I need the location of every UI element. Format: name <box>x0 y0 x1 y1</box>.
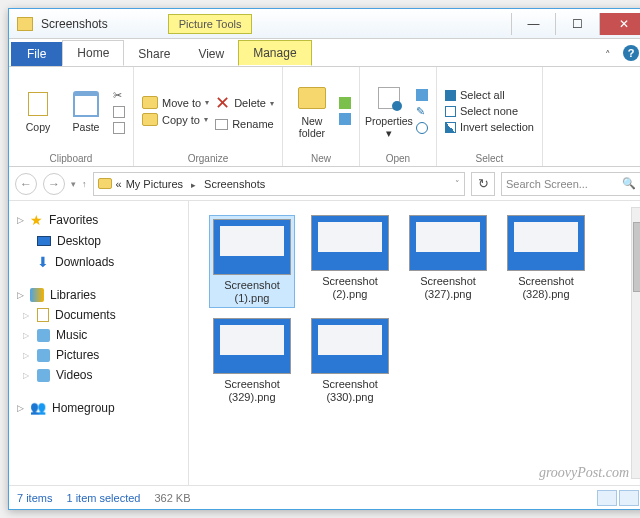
up-button[interactable]: ↑ <box>82 179 87 189</box>
chevron-right-icon: ▷ <box>17 215 24 225</box>
search-placeholder: Search Screen... <box>506 178 588 190</box>
maximize-button[interactable]: ☐ <box>555 13 599 35</box>
open-button[interactable] <box>416 89 428 101</box>
paste-button[interactable]: Paste <box>65 90 107 133</box>
ribbon: Copy Paste ✂ Clipboard Move to▾ Copy to▾… <box>9 67 640 167</box>
manage-tab[interactable]: Manage <box>238 40 311 66</box>
sidebar-libraries[interactable]: ▷Libraries <box>15 285 182 305</box>
file-thumbnail <box>311 215 389 271</box>
navigation-pane: ▷★Favorites Desktop ⬇Downloads ▷Librarie… <box>9 201 189 485</box>
properties-button[interactable]: Properties▾ <box>368 84 410 139</box>
navigation-bar: ← → ▾ ↑ « My Pictures Screenshots ˅ ↻ Se… <box>9 167 640 201</box>
sidebar-item-videos[interactable]: ▷Videos <box>15 365 182 385</box>
chevron-right-icon: ▷ <box>17 403 24 413</box>
sidebar-item-pictures[interactable]: ▷Pictures <box>15 345 182 365</box>
history-button[interactable] <box>416 122 428 134</box>
homegroup-icon: 👥 <box>30 400 46 415</box>
delete-button[interactable]: ✕Delete▾ <box>215 92 274 114</box>
back-button[interactable]: ← <box>15 173 37 195</box>
file-name: Screenshot (2).png <box>307 275 393 300</box>
file-thumbnail <box>213 219 291 275</box>
select-none-button[interactable]: Select none <box>445 105 534 117</box>
file-item[interactable]: Screenshot (330).png <box>307 318 393 403</box>
search-input[interactable]: Search Screen... 🔍 <box>501 172 640 196</box>
breadcrumb[interactable]: My Pictures <box>126 178 183 190</box>
recent-locations-icon[interactable]: ▾ <box>71 179 76 189</box>
documents-icon <box>37 308 49 322</box>
folder-icon <box>98 178 112 189</box>
file-name: Screenshot (329).png <box>209 378 295 403</box>
select-all-button[interactable]: Select all <box>445 89 534 101</box>
copy-path-button[interactable] <box>113 106 125 118</box>
easy-access-button[interactable] <box>339 113 351 125</box>
file-name: Screenshot (327).png <box>405 275 491 300</box>
chevron-right-icon: ▷ <box>17 290 24 300</box>
file-item[interactable]: Screenshot (329).png <box>209 318 295 403</box>
window-title: Screenshots <box>41 17 108 31</box>
file-thumbnail <box>507 215 585 271</box>
sidebar-homegroup[interactable]: ▷👥Homegroup <box>15 397 182 418</box>
sidebar-favorites[interactable]: ▷★Favorites <box>15 209 182 231</box>
group-organize: Move to▾ Copy to▾ ✕Delete▾ Rename Organi… <box>134 67 283 166</box>
pictures-icon <box>37 349 50 362</box>
file-list-pane: Screenshot (1).pngScreenshot (2).pngScre… <box>189 201 640 485</box>
music-icon <box>37 329 50 342</box>
home-tab[interactable]: Home <box>62 40 124 66</box>
cut-button[interactable]: ✂ <box>113 89 125 102</box>
explorer-window: Screenshots Picture Tools — ☐ ✕ File Hom… <box>8 8 640 510</box>
group-select: Select all Select none Invert selection … <box>437 67 543 166</box>
minimize-button[interactable]: — <box>511 13 555 35</box>
breadcrumb[interactable]: Screenshots <box>204 178 265 190</box>
vertical-scrollbar[interactable] <box>631 207 640 479</box>
move-to-button[interactable]: Move to▾ <box>142 96 209 109</box>
edit-button[interactable]: ✎ <box>416 105 428 118</box>
address-bar[interactable]: « My Pictures Screenshots ˅ <box>93 172 466 196</box>
file-item[interactable]: Screenshot (327).png <box>405 215 491 308</box>
chevron-right-icon: ▷ <box>23 331 29 340</box>
status-item-count: 7 items <box>17 492 52 504</box>
folder-icon <box>17 17 33 31</box>
explorer-body: ▷★Favorites Desktop ⬇Downloads ▷Librarie… <box>9 201 640 485</box>
ribbon-collapse-icon[interactable]: ˄ <box>599 45 617 66</box>
forward-button[interactable]: → <box>43 173 65 195</box>
search-icon: 🔍 <box>622 177 636 190</box>
refresh-button[interactable]: ↻ <box>471 172 495 196</box>
file-name: Screenshot (330).png <box>307 378 393 403</box>
file-tab[interactable]: File <box>11 42 62 66</box>
paste-shortcut-button[interactable] <box>113 122 125 134</box>
sidebar-item-downloads[interactable]: ⬇Downloads <box>15 251 182 273</box>
file-name: Screenshot (1).png <box>212 279 292 304</box>
desktop-icon <box>37 236 51 246</box>
view-tab[interactable]: View <box>184 42 238 66</box>
copy-to-button[interactable]: Copy to▾ <box>142 113 209 126</box>
sidebar-item-desktop[interactable]: Desktop <box>15 231 182 251</box>
sidebar-item-music[interactable]: ▷Music <box>15 325 182 345</box>
file-thumbnail <box>409 215 487 271</box>
file-item[interactable]: Screenshot (2).png <box>307 215 393 308</box>
download-icon: ⬇ <box>37 254 49 270</box>
scrollbar-thumb[interactable] <box>633 222 640 292</box>
chevron-right-icon: ▷ <box>23 311 29 320</box>
breadcrumb-prefix: « <box>116 178 122 190</box>
close-button[interactable]: ✕ <box>599 13 640 35</box>
status-selected-count: 1 item selected <box>66 492 140 504</box>
chevron-right-icon <box>187 178 200 190</box>
new-folder-button[interactable]: New folder <box>291 84 333 139</box>
file-item[interactable]: Screenshot (328).png <box>503 215 589 308</box>
address-dropdown-icon[interactable]: ˅ <box>455 179 460 189</box>
copy-button[interactable]: Copy <box>17 90 59 133</box>
new-item-button[interactable] <box>339 97 351 109</box>
thumbnails-view-button[interactable] <box>619 490 639 506</box>
help-icon[interactable]: ? <box>623 45 639 61</box>
file-item[interactable]: Screenshot (1).png <box>209 215 295 308</box>
details-view-button[interactable] <box>597 490 617 506</box>
watermark: groovyPost.com <box>539 465 629 481</box>
share-tab[interactable]: Share <box>124 42 184 66</box>
rename-button[interactable]: Rename <box>215 118 274 130</box>
invert-selection-button[interactable]: Invert selection <box>445 121 534 133</box>
group-new: New folder New <box>283 67 360 166</box>
sidebar-item-documents[interactable]: ▷Documents <box>15 305 182 325</box>
star-icon: ★ <box>30 212 43 228</box>
context-tab-label: Picture Tools <box>168 14 253 34</box>
file-thumbnail <box>311 318 389 374</box>
